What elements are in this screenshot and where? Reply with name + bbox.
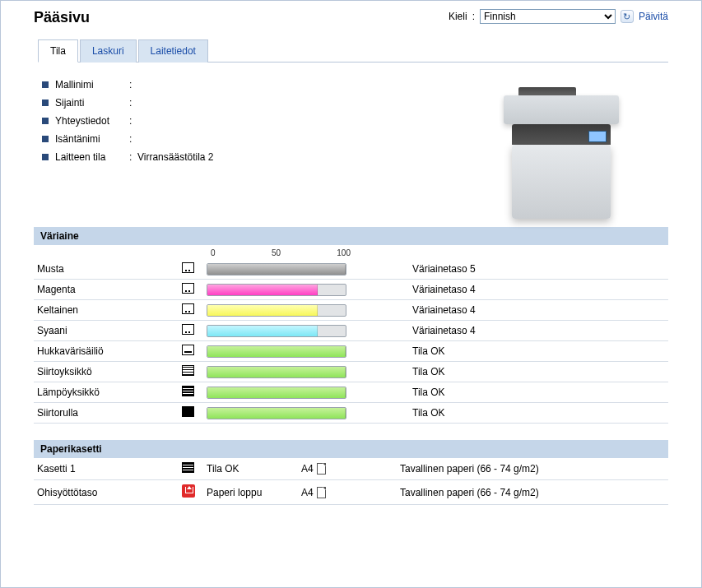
- supply-status: Tila OK: [363, 345, 668, 357]
- section-toner-title: Väriaine: [34, 227, 668, 245]
- supply-bar: [207, 407, 346, 419]
- language-label: Kieli: [449, 11, 467, 22]
- supply-row: MustaVäriainetaso 5: [34, 259, 668, 280]
- supply-status: Väriainetaso 4: [363, 325, 668, 336]
- page-title: Pääsivu: [34, 9, 90, 26]
- supplies-list: MustaVäriainetaso 5MagentaVäriainetaso 4…: [34, 259, 668, 424]
- supply-row: MagentaVäriainetaso 4: [34, 280, 668, 300]
- supply-icon: [182, 262, 207, 275]
- supply-icon: [182, 303, 207, 317]
- bullet-icon: [42, 118, 49, 124]
- supply-row: LämpöyksikköTila OK: [34, 382, 668, 403]
- info-row-hostname: Isäntänimi :: [42, 133, 214, 145]
- supply-row: SyaaniVäriainetaso 4: [34, 321, 668, 341]
- scale-labels: 0 50 100: [211, 248, 351, 257]
- supply-bar: [207, 325, 346, 337]
- tab-bar: Tila Laskuri Laitetiedot: [38, 39, 668, 63]
- language-select[interactable]: Finnish: [480, 9, 616, 24]
- tray-row: Kasetti 1Tila OKA4 Tavallinen paperi (66…: [34, 458, 668, 480]
- tray-name: Ohisyöttötaso: [34, 487, 182, 498]
- tray-size: A4: [301, 463, 400, 475]
- supply-status: Väriainetaso 5: [363, 263, 668, 275]
- info-label: Mallinimi: [55, 79, 129, 90]
- info-row-devicestatus: Laitteen tila : Virransäästötila 2: [42, 151, 214, 163]
- tray-type: Tavallinen paperi (66 - 74 g/m2): [400, 463, 668, 475]
- page-icon: [317, 487, 326, 498]
- tray-size: A4: [301, 487, 400, 498]
- supply-name: Siirtoyksikkö: [34, 366, 182, 377]
- supply-bar: [207, 263, 346, 275]
- info-value: Virransäästötila 2: [137, 151, 214, 163]
- bullet-icon: [42, 81, 49, 88]
- supply-row: SiirtorullaTila OK: [34, 403, 668, 424]
- tab-status[interactable]: Tila: [38, 39, 78, 63]
- supply-icon: [182, 324, 207, 337]
- supply-name: Hukkavärisäiliö: [34, 345, 182, 357]
- info-row-modelname: Mallinimi :: [42, 79, 214, 90]
- supply-status: Tila OK: [363, 387, 668, 398]
- supply-status: Tila OK: [363, 407, 668, 419]
- section-tray-title: Paperikasetti: [34, 440, 668, 458]
- language-area: Kieli : Finnish ↻ Päivitä: [449, 9, 668, 24]
- bullet-icon: [42, 100, 49, 106]
- bullet-icon: [42, 154, 49, 160]
- info-label: Sijainti: [55, 97, 129, 109]
- tray-ok-icon: [182, 462, 194, 473]
- info-label: Laitteen tila: [55, 151, 129, 163]
- trays-list: Kasetti 1Tila OKA4 Tavallinen paperi (66…: [34, 458, 668, 505]
- tray-status: Paperi loppu: [207, 487, 301, 498]
- supply-row: SiirtoyksikköTila OK: [34, 362, 668, 382]
- info-row-contact: Yhteystiedot :: [42, 115, 214, 127]
- supply-icon: [182, 406, 207, 419]
- supply-bar: [207, 345, 346, 358]
- supply-name: Keltainen: [34, 304, 182, 316]
- supply-name: Syaani: [34, 325, 182, 336]
- info-label: Yhteystiedot: [55, 115, 129, 127]
- refresh-icon[interactable]: ↻: [621, 10, 634, 23]
- supply-bar: [207, 366, 346, 378]
- tray-type: Tavallinen paperi (66 - 74 g/m2): [400, 487, 668, 498]
- tray-status: Tila OK: [207, 463, 301, 475]
- supply-bar: [207, 304, 346, 317]
- refresh-link[interactable]: Päivitä: [639, 11, 668, 22]
- supply-status: Väriainetaso 4: [363, 304, 668, 316]
- supply-status: Väriainetaso 4: [363, 284, 668, 295]
- info-label: Isäntänimi: [55, 133, 129, 145]
- supply-name: Siirtorulla: [34, 407, 182, 419]
- supply-icon: [182, 283, 207, 296]
- supply-row: HukkavärisäiliöTila OK: [34, 341, 668, 362]
- tab-deviceinfo[interactable]: Laitetiedot: [138, 39, 208, 63]
- bullet-icon: [42, 136, 49, 142]
- supply-name: Magenta: [34, 284, 182, 295]
- tab-counter[interactable]: Laskuri: [80, 39, 137, 63]
- supply-icon: [182, 386, 207, 399]
- page-icon: [317, 463, 326, 475]
- info-row-location: Sijainti :: [42, 97, 214, 109]
- supply-status: Tila OK: [363, 366, 668, 377]
- device-info-list: Mallinimi : Sijainti : Yhteystiedot : Is…: [42, 79, 214, 219]
- supply-name: Musta: [34, 263, 182, 275]
- supply-row: KeltainenVäriainetaso 4: [34, 300, 668, 321]
- supply-name: Lämpöyksikkö: [34, 387, 182, 398]
- supply-bar: [207, 284, 346, 296]
- printer-image: [504, 79, 627, 219]
- supply-icon: [182, 365, 207, 378]
- supply-bar: [207, 387, 346, 399]
- supply-icon: [182, 345, 207, 358]
- tray-name: Kasetti 1: [34, 463, 182, 475]
- tray-row: OhisyöttötasoPaperi loppuA4 Tavallinen p…: [34, 480, 668, 505]
- tray-error-icon: [182, 484, 195, 498]
